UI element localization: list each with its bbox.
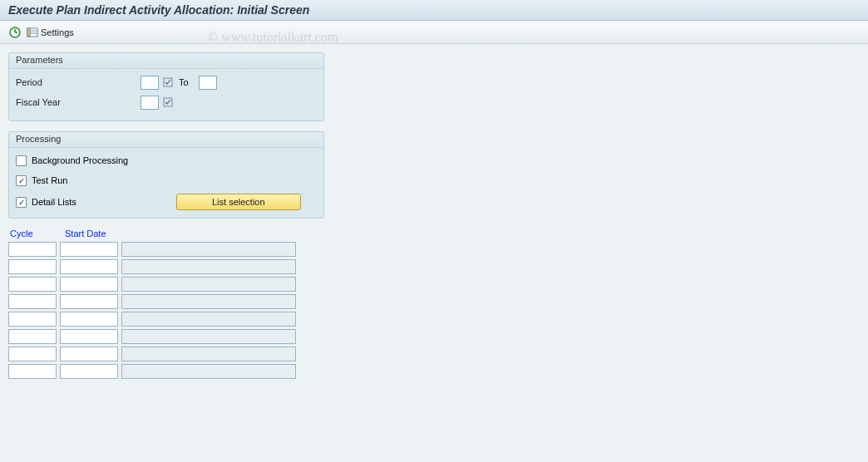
table-row <box>8 312 860 327</box>
table-row <box>8 259 860 274</box>
period-label: Period <box>16 77 141 87</box>
description-input[interactable] <box>121 312 296 327</box>
execute-icon[interactable] <box>8 26 22 39</box>
fiscal-year-label: Fiscal Year <box>16 97 141 107</box>
description-input[interactable] <box>121 294 296 309</box>
cycle-table: Cycle Start Date <box>8 229 860 379</box>
start-date-input[interactable] <box>60 259 118 274</box>
background-processing-checkbox[interactable] <box>16 155 27 166</box>
background-processing-label: Background Processing <box>32 155 128 165</box>
description-input[interactable] <box>121 364 296 379</box>
cycle-input[interactable] <box>8 259 57 274</box>
description-input[interactable] <box>121 242 296 257</box>
required-icon <box>162 97 174 107</box>
cycle-column-header[interactable]: Cycle <box>10 229 65 238</box>
start-date-input[interactable] <box>60 364 118 379</box>
detail-lists-checkbox[interactable] <box>16 197 27 208</box>
table-row <box>8 294 860 309</box>
cycle-input[interactable] <box>8 294 57 309</box>
content-area: Parameters Period To Fiscal Year <box>0 44 868 390</box>
parameters-title: Parameters <box>9 53 323 69</box>
table-row <box>8 364 860 379</box>
start-date-input[interactable] <box>60 346 118 361</box>
required-icon <box>162 77 174 87</box>
cycle-input[interactable] <box>8 364 57 379</box>
cycle-input[interactable] <box>8 312 57 327</box>
description-input[interactable] <box>121 329 296 344</box>
start-date-input[interactable] <box>60 329 118 344</box>
cycle-input[interactable] <box>8 346 57 361</box>
description-input[interactable] <box>121 346 296 361</box>
detail-lists-label: Detail Lists <box>32 197 76 207</box>
period-to-input[interactable] <box>199 76 217 90</box>
cycle-input[interactable] <box>8 277 57 292</box>
svg-rect-6 <box>27 28 30 37</box>
table-row <box>8 346 860 361</box>
fiscal-year-input[interactable] <box>141 96 159 110</box>
description-input[interactable] <box>121 277 296 292</box>
processing-title: Processing <box>9 132 323 148</box>
start-date-column-header[interactable]: Start Date <box>65 229 131 238</box>
list-selection-button[interactable]: List selection <box>176 194 301 210</box>
start-date-input[interactable] <box>60 312 118 327</box>
start-date-input[interactable] <box>60 242 118 257</box>
window-title: Execute Plan Indirect Activity Allocatio… <box>0 0 868 21</box>
parameters-group: Parameters Period To Fiscal Year <box>8 52 324 121</box>
table-row <box>8 277 860 292</box>
settings-label: Settings <box>41 27 74 37</box>
cycle-input[interactable] <box>8 329 57 344</box>
table-row <box>8 242 860 257</box>
to-label: To <box>179 77 189 87</box>
settings-icon <box>27 27 38 38</box>
start-date-input[interactable] <box>60 294 118 309</box>
table-body <box>8 242 860 379</box>
description-input[interactable] <box>121 259 296 274</box>
period-from-input[interactable] <box>141 76 159 90</box>
processing-group: Processing Background Processing Test Ru… <box>8 131 324 219</box>
table-row <box>8 329 860 344</box>
cycle-input[interactable] <box>8 242 57 257</box>
application-toolbar: Settings <box>0 21 868 44</box>
test-run-checkbox[interactable] <box>16 175 27 186</box>
test-run-label: Test Run <box>32 175 67 185</box>
start-date-input[interactable] <box>60 277 118 292</box>
settings-button[interactable]: Settings <box>27 27 74 38</box>
